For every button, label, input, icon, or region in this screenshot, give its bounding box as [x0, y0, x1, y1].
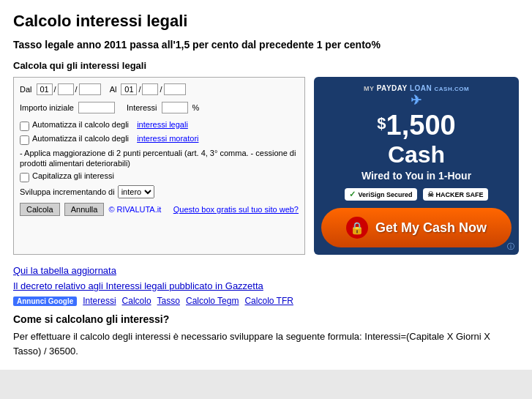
ad-tagline: Cash Wired to You in 1-Hour — [361, 141, 471, 183]
page-title: Calcolo interessi legali — [13, 12, 519, 31]
auto-moratori-label: Automatizza il calcolo degli — [32, 134, 129, 143]
ad-badges: ✓ VeriSign Secured ☠ HACKER SAFE — [345, 188, 487, 201]
calculator-box: Dal / / Al / / — [13, 77, 305, 256]
capitalizza-label: Capitalizza gli interessi — [32, 171, 114, 180]
dal-day-input[interactable] — [37, 83, 53, 95]
moratori-desc: - Applica maggiorazione di 2 punti perce… — [20, 148, 299, 169]
radio-copyright: © RIVALUTA.it — [108, 205, 161, 214]
al-date-group: / / — [121, 83, 185, 95]
button-row: Calcola Annulla © RIVALUTA.it Questo box… — [20, 203, 299, 216]
ad-logo-loan: LOAN — [410, 84, 432, 92]
interesse-input[interactable] — [162, 102, 188, 113]
al-day-input[interactable] — [121, 83, 137, 95]
dal-group: Dal / / — [20, 83, 101, 95]
faq-title: Come si calcolano gli interessi? — [13, 313, 519, 325]
skull-icon: ☠ — [427, 190, 434, 198]
annunci-item-3[interactable]: Calcolo Tegm — [186, 296, 239, 306]
importo-group: Importo iniziale — [20, 102, 115, 113]
tabella-link[interactable]: Qui la tabella aggiornata — [13, 265, 519, 276]
cta-text: Get My Cash Now — [375, 220, 487, 236]
annunci-item-0[interactable]: Interessi — [83, 296, 116, 306]
box-gratis-link[interactable]: Questo box gratis sul tuo sito web? — [173, 205, 299, 214]
ad-dollar: $ — [377, 116, 386, 132]
radio-group: © RIVALUTA.it — [108, 205, 161, 214]
importo-label: Importo iniziale — [20, 103, 74, 112]
page-subtitle: Tasso legale anno 2011 passa all'1,5 per… — [13, 38, 519, 53]
annunci-row: Annunci Google Interessi Calcolo Tasso C… — [13, 296, 519, 306]
interesse-percent: % — [192, 103, 200, 112]
ad-box: MY PAYDAY LOAN CASH.COM ✈ $1,500 Cash Wi… — [314, 77, 519, 256]
importo-row: Importo iniziale Interessi % — [20, 102, 299, 117]
checkmark-icon: ✓ — [349, 190, 356, 199]
al-year-input[interactable] — [164, 83, 186, 95]
ad-logo: MY PAYDAY LOAN CASH.COM ✈ — [364, 84, 469, 108]
badge-hacker-safe: ☠ HACKER SAFE — [423, 188, 488, 201]
dal-month-input[interactable] — [58, 83, 74, 95]
ad-info-icon[interactable]: ⓘ — [507, 242, 514, 252]
annunci-item-4[interactable]: Calcolo TFR — [244, 296, 293, 306]
auto-interessi-row: Automatizza il calcolo degli interessi l… — [20, 120, 299, 131]
rivaluta-link[interactable]: © RIVALUTA.it — [108, 205, 161, 214]
ad-tagline1: Cash — [388, 141, 445, 168]
date-row: Dal / / Al / / — [20, 83, 299, 99]
badge-verisign: ✓ VeriSign Secured — [345, 188, 416, 201]
sviluppa-select[interactable]: intero — [118, 185, 154, 198]
ad-logo-my: MY — [364, 85, 375, 92]
ad-amount-value: 1,500 — [386, 110, 456, 141]
ad-logo-payday: PAYDAY — [377, 84, 408, 92]
auto-moratori-checkbox[interactable] — [20, 135, 29, 145]
below-content: Qui la tabella aggiornata Il decreto rel… — [13, 265, 519, 358]
badge-hacker-text: HACKER SAFE — [436, 191, 484, 198]
calcola-button[interactable]: Calcola — [20, 203, 60, 216]
decreto-link[interactable]: Il decreto relativo agli Interessi legal… — [13, 280, 519, 291]
auto-interessi-label: Automatizza il calcolo degli — [32, 120, 129, 129]
badge-verisign-text: VeriSign Secured — [358, 191, 412, 198]
section-label: Calcola qui gli interessi legali — [13, 60, 519, 71]
ad-logo-icon: ✈ — [364, 92, 469, 108]
dal-date-group: / / — [37, 83, 101, 95]
cta-button[interactable]: 🔒 Get My Cash Now — [321, 208, 512, 247]
annunci-item-2[interactable]: Tasso — [157, 296, 180, 306]
capitalizza-row: Capitalizza gli interessi — [20, 171, 299, 182]
dal-year-input[interactable] — [79, 83, 101, 95]
auto-moratori-row: Automatizza il calcolo degli interessi m… — [20, 134, 299, 169]
interessi-legali-link[interactable]: interessi legali — [137, 120, 188, 129]
auto-interessi-checkbox[interactable] — [20, 122, 29, 131]
sviluppa-label: Sviluppa incrementando di — [20, 187, 115, 196]
annunci-badge: Annunci Google — [13, 297, 77, 306]
annunci-item-1[interactable]: Calcolo — [122, 296, 151, 306]
cta-lock-icon: 🔒 — [346, 217, 368, 239]
interesse-group: Interessi % — [127, 102, 199, 113]
interesse-label: Interessi — [127, 103, 157, 112]
al-group: Al / / — [110, 83, 186, 95]
ad-tagline2: Wired to You in 1-Hour — [361, 170, 471, 182]
capitalizza-checkbox[interactable] — [20, 173, 29, 182]
page-wrapper: Calcolo interessi legali Tasso legale an… — [0, 0, 532, 370]
ad-logo-cashcom: CASH.COM — [435, 86, 470, 92]
al-label: Al — [110, 85, 117, 94]
formula-text: Per effettuare il calcolo degli interess… — [13, 329, 519, 358]
dal-label: Dal — [20, 85, 32, 94]
ad-amount: $1,500 — [377, 111, 455, 139]
interessi-moratori-link[interactable]: interessi moratori — [137, 134, 198, 143]
importo-input[interactable] — [78, 102, 115, 113]
al-month-input[interactable] — [142, 83, 158, 95]
sviluppa-row: Sviluppa incrementando di intero — [20, 185, 299, 198]
main-content: Dal / / Al / / — [13, 77, 519, 256]
annulla-button[interactable]: Annulla — [64, 203, 105, 216]
